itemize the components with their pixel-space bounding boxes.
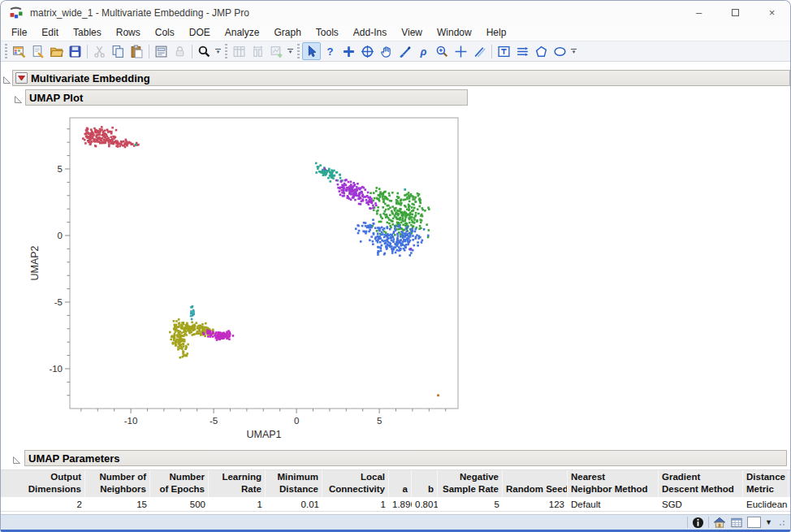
arrow-tool-button[interactable] [302, 42, 321, 60]
singleton-point[interactable] [404, 188, 406, 191]
cluster-blue[interactable] [406, 240, 408, 242]
cluster-blue[interactable] [370, 227, 372, 229]
cluster-purple[interactable] [343, 195, 345, 197]
cluster-blue[interactable] [383, 253, 386, 256]
cluster-olive[interactable] [176, 339, 179, 341]
cluster-blue[interactable] [413, 244, 416, 247]
cluster-olive[interactable] [173, 333, 175, 335]
preferences-button[interactable] [152, 42, 171, 60]
cluster-olive[interactable] [175, 331, 177, 333]
cluster-green[interactable] [373, 192, 375, 194]
cluster-teal[interactable] [329, 180, 331, 183]
cluster-red[interactable] [89, 135, 92, 137]
cluster-red[interactable] [112, 141, 115, 144]
cluster-blue[interactable] [396, 239, 399, 241]
cluster-green[interactable] [375, 190, 378, 192]
cluster-blue[interactable] [387, 236, 389, 238]
cluster-purple[interactable] [345, 189, 348, 192]
cluster-blue[interactable] [391, 252, 394, 254]
cluster-blue[interactable] [375, 236, 378, 239]
cluster-blue[interactable] [372, 218, 374, 221]
cluster-red[interactable] [108, 143, 110, 145]
cluster-purple[interactable] [371, 201, 374, 203]
brush-tool-button[interactable] [396, 42, 414, 60]
cluster-green[interactable] [373, 209, 375, 211]
cluster-magenta[interactable] [210, 332, 212, 335]
cluster-red[interactable] [102, 135, 105, 137]
cluster-green[interactable] [392, 218, 395, 220]
cluster-olive[interactable] [175, 320, 178, 322]
cluster-blue[interactable] [398, 224, 400, 227]
cluster-green[interactable] [383, 210, 386, 213]
cluster-purple[interactable] [350, 181, 352, 184]
cluster-purple[interactable] [361, 200, 363, 202]
cluster-blue[interactable] [412, 235, 414, 237]
ellipse-tool-button[interactable] [551, 42, 569, 60]
cluster-green[interactable] [413, 207, 416, 210]
cluster-green[interactable] [424, 210, 426, 212]
cluster-green[interactable] [400, 200, 402, 202]
cluster-blue[interactable] [355, 227, 357, 230]
close-button[interactable]: × [754, 1, 790, 24]
cluster-blue[interactable] [421, 241, 423, 244]
cluster-purple[interactable] [341, 192, 344, 194]
cluster-blue[interactable] [380, 234, 383, 236]
toolbar-overflow-button[interactable]: ▾ [287, 49, 293, 54]
cluster-green[interactable] [374, 197, 376, 200]
cluster-green[interactable] [400, 233, 402, 236]
cluster-purple[interactable] [335, 179, 338, 182]
cluster-olive[interactable] [178, 340, 180, 343]
cluster-olive[interactable] [177, 332, 179, 335]
cluster-green[interactable] [413, 210, 415, 212]
cluster-olive[interactable] [185, 345, 188, 348]
cluster-olive[interactable] [181, 322, 184, 324]
cluster-blue[interactable] [404, 240, 406, 242]
cluster-green[interactable] [383, 213, 385, 215]
cluster-blue[interactable] [412, 239, 414, 241]
cluster-green[interactable] [378, 200, 381, 202]
cluster-purple[interactable] [345, 184, 348, 187]
cluster-green[interactable] [379, 214, 382, 216]
disclosure-triangle[interactable] [14, 93, 23, 102]
menu-file[interactable]: File [4, 24, 34, 41]
cluster-cyan-strip[interactable] [190, 310, 192, 313]
cluster-green[interactable] [413, 198, 416, 201]
cluster-green[interactable] [402, 229, 404, 231]
cluster-blue[interactable] [394, 225, 396, 227]
cluster-green[interactable] [419, 201, 421, 203]
cluster-olive[interactable] [184, 324, 187, 327]
cluster-purple[interactable] [375, 204, 378, 206]
cluster-olive[interactable] [191, 334, 193, 336]
cluster-green[interactable] [400, 222, 403, 224]
cluster-blue[interactable] [404, 249, 406, 252]
cluster-blue[interactable] [384, 234, 387, 236]
cluster-olive[interactable] [174, 342, 176, 344]
cluster-green[interactable] [396, 218, 399, 221]
cluster-olive[interactable] [179, 335, 181, 338]
cluster-green[interactable] [426, 223, 428, 226]
cluster-olive[interactable] [194, 328, 197, 331]
cluster-red[interactable] [82, 137, 84, 140]
cluster-blue[interactable] [369, 224, 371, 227]
cluster-cyan-strip[interactable] [192, 309, 195, 312]
cluster-teal[interactable] [331, 176, 333, 179]
cluster-magenta[interactable] [214, 337, 217, 340]
cluster-green[interactable] [379, 192, 382, 195]
cluster-green[interactable] [398, 197, 400, 199]
toolbar-overflow-button[interactable]: ▾ [571, 49, 577, 54]
annotate-tool-button[interactable] [495, 42, 513, 60]
cluster-green[interactable] [404, 220, 406, 223]
lasso-tool-button[interactable]: ρ [414, 42, 433, 60]
cluster-olive[interactable] [179, 357, 181, 359]
cluster-red[interactable] [85, 132, 88, 134]
cluster-blue[interactable] [381, 231, 383, 234]
cluster-olive[interactable] [169, 331, 171, 334]
cluster-blue[interactable] [391, 234, 394, 236]
cluster-red[interactable] [99, 128, 102, 131]
cluster-green[interactable] [404, 205, 407, 208]
cluster-purple[interactable] [361, 192, 363, 194]
cluster-olive[interactable] [191, 322, 193, 324]
cluster-green[interactable] [396, 200, 399, 202]
cluster-green[interactable] [394, 234, 396, 236]
cluster-green[interactable] [418, 227, 421, 230]
